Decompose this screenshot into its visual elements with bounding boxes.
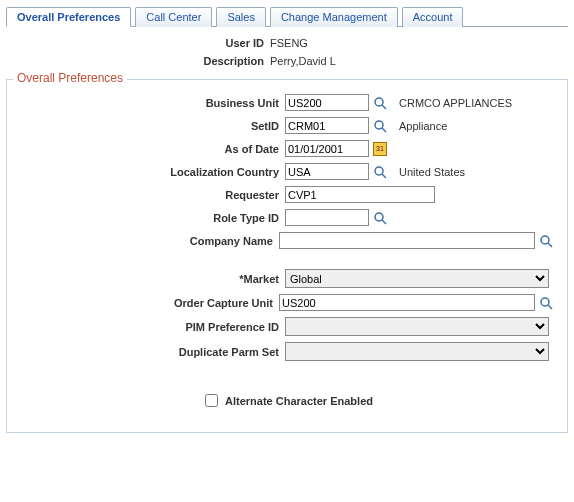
calendar-icon[interactable] [373,142,387,156]
requester-label: Requester [21,189,285,201]
lookup-icon[interactable] [373,211,387,225]
business-unit-label: Business Unit [21,97,285,109]
localization-country-label: Localization Country [21,166,285,178]
group-title: Overall Preferences [13,71,127,85]
role-type-id-input[interactable] [285,209,369,226]
svg-line-11 [548,305,552,309]
tab-sales[interactable]: Sales [216,7,266,27]
tab-account[interactable]: Account [402,7,464,27]
page-tabs: Overall Preferences Call Center Sales Ch… [6,6,568,27]
tab-label: Account [413,11,453,23]
svg-point-10 [541,298,549,306]
setid-input[interactable] [285,117,369,134]
market-label: *Market [21,273,285,285]
pim-preference-id-select[interactable] [285,317,549,336]
localization-country-input[interactable] [285,163,369,180]
user-id-value: FSENG [270,37,308,49]
svg-point-0 [375,98,383,106]
svg-point-2 [375,121,383,129]
svg-line-3 [382,128,386,132]
order-capture-unit-input[interactable] [279,294,535,311]
description-label: Description [6,55,270,67]
lookup-icon[interactable] [539,234,553,248]
lookup-icon[interactable] [373,119,387,133]
tab-change-management[interactable]: Change Management [270,7,398,27]
business-unit-input[interactable] [285,94,369,111]
svg-point-6 [375,213,383,221]
asof-date-input[interactable] [285,140,369,157]
alternate-character-enabled-checkbox[interactable] [205,394,218,407]
order-capture-unit-label: Order Capture Unit [21,297,279,309]
svg-point-8 [541,236,549,244]
setid-desc: Appliance [399,120,447,132]
lookup-icon[interactable] [539,296,553,310]
market-select[interactable]: Global [285,269,549,288]
pim-preference-id-label: PIM Preference ID [21,321,285,333]
requester-input[interactable] [285,186,435,203]
svg-point-4 [375,167,383,175]
overall-preferences-group: Overall Preferences Business Unit CRMCO … [6,79,568,433]
tab-label: Call Center [146,11,201,23]
tab-overall-preferences[interactable]: Overall Preferences [6,7,131,27]
company-name-input[interactable] [279,232,535,249]
alternate-character-enabled-label: Alternate Character Enabled [201,391,373,410]
localization-country-desc: United States [399,166,465,178]
user-id-label: User ID [6,37,270,49]
company-name-label: Company Name [21,235,279,247]
svg-line-1 [382,105,386,109]
business-unit-desc: CRMCO APPLIANCES [399,97,512,109]
header-section: User ID FSENG Description Perry,David L [6,37,568,67]
lookup-icon[interactable] [373,165,387,179]
svg-line-9 [548,243,552,247]
svg-line-5 [382,174,386,178]
tab-label: Change Management [281,11,387,23]
tab-label: Overall Preferences [17,11,120,23]
tab-label: Sales [227,11,255,23]
svg-line-7 [382,220,386,224]
role-type-id-label: Role Type ID [21,212,285,224]
duplicate-parm-set-label: Duplicate Parm Set [21,346,285,358]
duplicate-parm-set-select[interactable] [285,342,549,361]
setid-label: SetID [21,120,285,132]
lookup-icon[interactable] [373,96,387,110]
description-value: Perry,David L [270,55,336,67]
alt-char-text: Alternate Character Enabled [225,395,373,407]
asof-date-label: As of Date [21,143,285,155]
tab-call-center[interactable]: Call Center [135,7,212,27]
